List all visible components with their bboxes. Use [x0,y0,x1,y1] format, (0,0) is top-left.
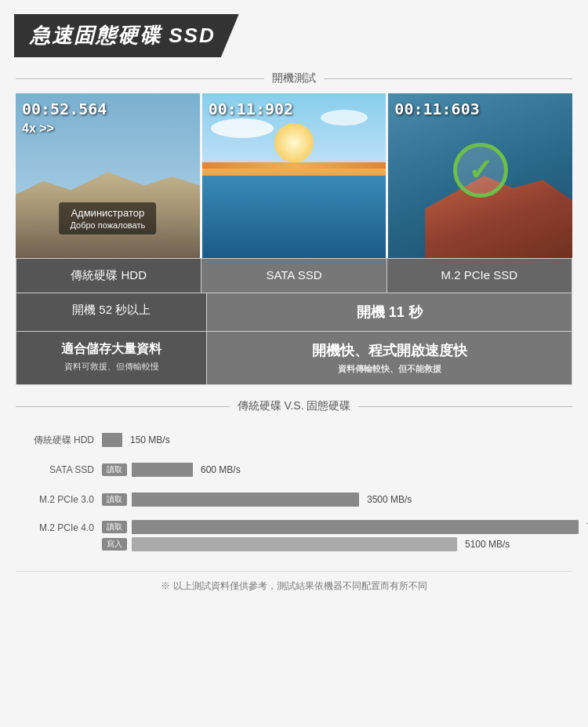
hdd-login-box: Администратор Добро пожаловать [59,202,156,234]
sata-boot-time: 00:11:902 [209,100,293,118]
bar-chart: 傳統硬碟 HDD 150 MB/s SATA SSD 讀取 600 MB/s M… [16,429,572,551]
bar-m2-40-write [132,537,457,551]
bar-row-m2-40-write: 寫入 5100 MB/s [102,537,588,551]
bar-value-sata: 600 MB/s [201,464,241,475]
boot-images-row: 00:52.564 4x >> Администратор Добро пожа… [16,93,572,258]
table-cell-ssd-features: 開機快、程式開啟速度快 資料傳輸較快、但不能救援 [207,332,572,384]
header-banner: 急速固態硬碟 SSD [14,14,239,57]
footer-note: ※ 以上測試資料僅供參考，測試結果依機器不同配置而有所不同 [16,571,572,593]
bar-m2-30 [132,493,359,507]
chart-bar-hdd: 150 MB/s [102,433,572,447]
bar-tag-sata: 讀取 [102,463,127,476]
bar-row-m2-40-read: 讀取 7000 MB/s [102,520,588,534]
comparison-section-label: 傳統硬碟 V.S. 固態硬碟 [16,399,572,413]
chart-label-m2-30: M.2 PCIe 3.0 [16,494,102,505]
chart-label-sata: SATA SSD [16,464,102,475]
chart-label-hdd: 傳統硬碟 HDD [16,434,102,447]
boot-panel-sata: 00:11:902 [202,93,387,258]
comparison-table: 傳統硬碟 HDD SATA SSD M.2 PCIe SSD 開機 52 秒以上… [16,258,572,385]
bar-value-m2-30: 3500 MB/s [367,494,412,505]
chart-label-m2-40: M.2 PCIe 4.0 [16,520,102,533]
boot-panel-hdd: 00:52.564 4x >> Администратор Добро пожа… [16,93,200,258]
table-cell-sata-label: SATA SSD [201,259,387,293]
m2-checkmark [453,143,508,198]
chart-bar-sata: 讀取 600 MB/s [102,463,572,477]
bar-tag-m2-30: 讀取 [102,493,127,506]
bar-hdd [102,433,122,447]
chart-row-m2-40: M.2 PCIe 4.0 讀取 7000 MB/s 寫入 5100 MB/s [16,518,572,551]
bar-tag-m2-40-read: 讀取 [102,521,127,533]
page-title: 急速固態硬碟 SSD [30,24,216,47]
chart-bar-m2-40: 讀取 7000 MB/s 寫入 5100 MB/s [102,520,588,551]
m2-boot-time: 00:11:603 [394,100,479,118]
table-cell-hdd-boottime: 開機 52 秒以上 [16,293,207,331]
table-row-boottime: 開機 52 秒以上 開機 11 秒 [16,293,572,331]
bar-value-m2-40-write: 5100 MB/s [465,539,510,550]
chart-row-sata: SATA SSD 讀取 600 MB/s [16,459,572,481]
bar-value-hdd: 150 MB/s [130,434,170,445]
table-cell-ssd-boottime: 開機 11 秒 [207,293,572,331]
chart-row-hdd: 傳統硬碟 HDD 150 MB/s [16,429,572,451]
boot-panel-m2: 00:11:603 [388,93,572,258]
table-row-labels: 傳統硬碟 HDD SATA SSD M.2 PCIe SSD [16,258,572,293]
bar-m2-40-read [132,520,579,534]
table-cell-hdd-features: 適合儲存大量資料 資料可救援、但傳輸較慢 [16,332,207,384]
bar-tag-m2-40-write: 寫入 [102,538,127,551]
table-cell-m2-label: M.2 PCIe SSD [387,259,572,293]
hdd-boot-time: 00:52.564 [22,100,107,118]
hdd-boot-speed: 4x >> [22,122,54,136]
bar-sata [132,463,193,477]
boot-test-section-label: 開機測試 [16,71,572,85]
table-row-features: 適合儲存大量資料 資料可救援、但傳輸較慢 開機快、程式開啟速度快 資料傳輸較快、… [16,331,572,384]
bar-row-hdd-read: 150 MB/s [102,433,572,447]
bar-row-sata-read: 讀取 600 MB/s [102,463,572,477]
table-cell-hdd-label: 傳統硬碟 HDD [16,259,201,293]
chart-row-m2-30: M.2 PCIe 3.0 讀取 3500 MB/s [16,489,572,511]
bar-row-m2-30-read: 讀取 3500 MB/s [102,493,572,507]
chart-bar-m2-30: 讀取 3500 MB/s [102,493,572,507]
